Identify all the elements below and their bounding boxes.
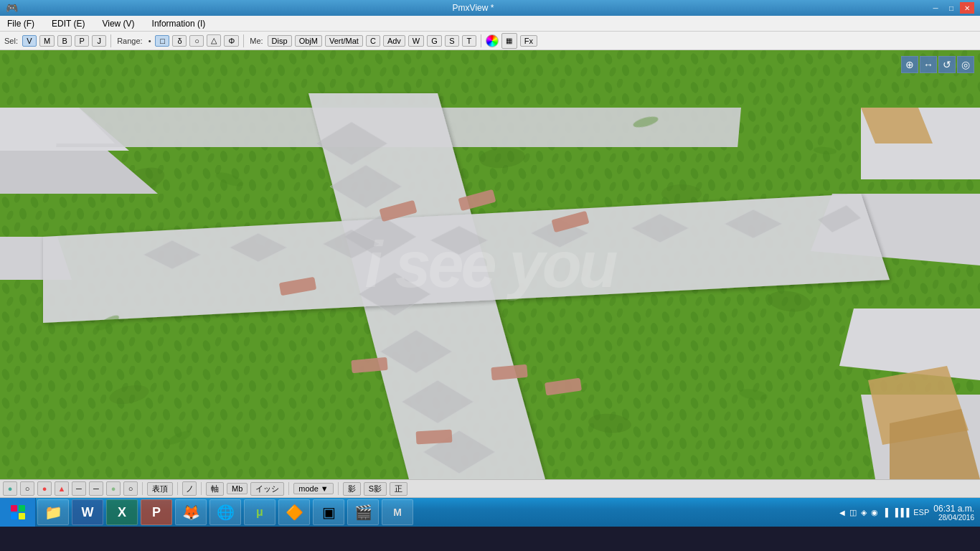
toolbar-btn-s[interactable]: S	[445, 35, 459, 47]
taskbar-app-utorrent[interactable]: μ	[244, 499, 275, 525]
menubar: File (F) EDIT (E) View (V) Information (…	[0, 16, 980, 32]
taskbar-app-ppt[interactable]: P	[141, 499, 172, 525]
scene-svg	[0, 50, 980, 479]
sel-label: Sel:	[3, 37, 19, 45]
bottom-btn-jiku[interactable]: 軸	[206, 482, 224, 496]
viewport[interactable]: i see you ⊕ ↔ ↺ ◎	[0, 50, 980, 479]
menu-information[interactable]: Information (I)	[148, 17, 210, 30]
bottom-btn-sshadow[interactable]: S影	[364, 482, 387, 496]
taskbar-app-mmd[interactable]: M	[382, 499, 413, 525]
nav-cross-btn[interactable]: ⊕	[901, 56, 918, 73]
menu-file[interactable]: File (F)	[3, 17, 39, 30]
close-button[interactable]: ✕	[960, 2, 974, 14]
language-indicator[interactable]: ESP	[913, 508, 929, 517]
toolbar-btn-circle[interactable]: ○	[189, 35, 204, 47]
grid-button[interactable]: ▦	[501, 33, 517, 49]
toolbar-btn-c[interactable]: C	[366, 35, 380, 47]
bottom-btn-no[interactable]: ノ	[182, 481, 197, 496]
toolbar-btn-tri[interactable]: △	[207, 34, 221, 47]
toolbar-btn-j[interactable]: J	[92, 35, 106, 47]
bottom-toolbar: ● ○ ● ▲ ─ ─ ● ○ 表頂 ノ 軸 Mb イッシ mode ▼ 影 S…	[0, 479, 980, 498]
toolbar-btn-sq[interactable]: □	[155, 35, 169, 47]
nav-rotate-btn[interactable]: ↺	[938, 56, 956, 73]
titlebar-app-icon: 🎮	[6, 2, 18, 14]
toolbar: Sel: V M B P J Range: • □ δ ○ △ Φ Me: Di…	[0, 32, 980, 50]
clock-date: 28/04/2016	[933, 514, 974, 522]
bottom-btn-surface[interactable]: 表頂	[147, 482, 173, 496]
maximize-button[interactable]: □	[944, 2, 958, 14]
nav-zoom-btn[interactable]: ◎	[957, 56, 974, 73]
bottom-sep-2	[177, 482, 178, 495]
clock: 06:31 a.m. 28/04/2016	[933, 504, 974, 522]
svg-rect-49	[416, 430, 453, 445]
separator-3	[481, 34, 481, 47]
titlebar-controls: ─ □ ✕	[928, 2, 974, 14]
fx-button[interactable]: Fx	[520, 35, 537, 47]
titlebar-title: PmxView *	[18, 3, 928, 13]
nav-move-btn[interactable]: ↔	[920, 56, 937, 73]
minimize-button[interactable]: ─	[928, 2, 943, 14]
taskbar: 📁 W X P 🦊 🌐 μ 🔶 ▣ 🎬 M ◀ ◫ ◈ ◉ ▐ ▐▐▐ 06:3…	[0, 498, 980, 527]
tray-arrow[interactable]: ◀	[839, 509, 845, 517]
bottom-sep-4	[288, 482, 289, 495]
bottom-btn-dot3[interactable]: ●	[37, 481, 52, 496]
bottom-btn-tri[interactable]: ▲	[55, 481, 69, 496]
bottom-btn-mode[interactable]: mode ▼	[293, 483, 333, 494]
toolbar-btn-adv[interactable]: Adv	[383, 35, 405, 47]
bottom-btn-dot1[interactable]: ●	[3, 481, 17, 496]
separator-2	[243, 34, 244, 47]
svg-point-9	[661, 184, 702, 203]
titlebar: 🎮 PmxView * ─ □ ✕	[0, 0, 980, 16]
me-label: Me:	[248, 37, 264, 45]
clock-time: 06:31 a.m.	[933, 504, 974, 514]
toolbar-btn-g[interactable]: G	[427, 35, 442, 47]
bottom-btn-dot2[interactable]: ○	[20, 481, 34, 496]
taskbar-app-excel[interactable]: X	[106, 499, 138, 525]
bottom-btn-dot5[interactable]: ○	[123, 481, 138, 496]
range-dot: •	[147, 37, 153, 45]
toolbar-btn-objm[interactable]: ObjM	[295, 35, 322, 47]
toolbar-btn-phi[interactable]: Φ	[224, 35, 239, 47]
tray-icon-2: ◈	[861, 508, 867, 517]
bottom-btn-dash2[interactable]: ─	[89, 481, 103, 496]
taskbar-app-aviutl[interactable]: 🎬	[347, 499, 379, 525]
bottom-sep-5	[338, 482, 339, 495]
bottom-btn-isshi[interactable]: イッシ	[250, 482, 284, 496]
bottom-btn-shadow[interactable]: 影	[343, 482, 361, 496]
toolbar-btn-t[interactable]: T	[462, 35, 476, 47]
range-label: Range:	[116, 37, 143, 45]
bottom-btn-dash1[interactable]: ─	[72, 481, 86, 496]
toolbar-btn-p[interactable]: P	[75, 35, 89, 47]
bottom-btn-front[interactable]: 正	[390, 482, 407, 496]
taskbar-app-explorer[interactable]: 📁	[37, 499, 69, 525]
toolbar-btn-disp[interactable]: Disp	[268, 35, 292, 47]
taskbar-app-blender[interactable]: 🔶	[278, 499, 310, 525]
menu-edit[interactable]: EDIT (E)	[47, 17, 89, 30]
windows-logo-icon	[10, 504, 26, 520]
bottom-sep-3	[201, 482, 202, 495]
taskbar-app-firefox[interactable]: 🦊	[175, 499, 207, 525]
colorwheel-button[interactable]	[486, 34, 499, 47]
tray-icon-1: ◫	[849, 508, 857, 517]
tray-icon-3: ◉	[871, 508, 878, 517]
svg-rect-58	[11, 513, 17, 519]
svg-rect-59	[19, 513, 25, 519]
bottom-sep-1	[142, 482, 143, 495]
taskbar-app-win1[interactable]: ▣	[313, 499, 344, 525]
toolbar-btn-b[interactable]: B	[57, 35, 72, 47]
taskbar-app-chrome[interactable]: 🌐	[209, 499, 241, 525]
svg-rect-57	[19, 505, 25, 512]
menu-view[interactable]: View (V)	[98, 17, 138, 30]
nav-controls: ⊕ ↔ ↺ ◎	[901, 56, 974, 73]
toolbar-btn-m[interactable]: M	[39, 35, 55, 47]
taskbar-app-word[interactable]: W	[72, 499, 103, 525]
separator-1	[110, 34, 111, 47]
toolbar-btn-delta[interactable]: δ	[172, 35, 187, 47]
toolbar-btn-v[interactable]: V	[22, 35, 37, 47]
start-button[interactable]	[0, 498, 36, 527]
bottom-btn-mb[interactable]: Mb	[227, 483, 248, 494]
taskbar-tray: ◀ ◫ ◈ ◉ ▐ ▐▐▐ 06:31 a.m. ESP 06:31 a.m. …	[834, 504, 980, 522]
toolbar-btn-w[interactable]: W	[408, 35, 424, 47]
bottom-btn-dot4[interactable]: ●	[106, 481, 121, 496]
toolbar-btn-vertmat[interactable]: Vert/Mat	[325, 35, 363, 47]
